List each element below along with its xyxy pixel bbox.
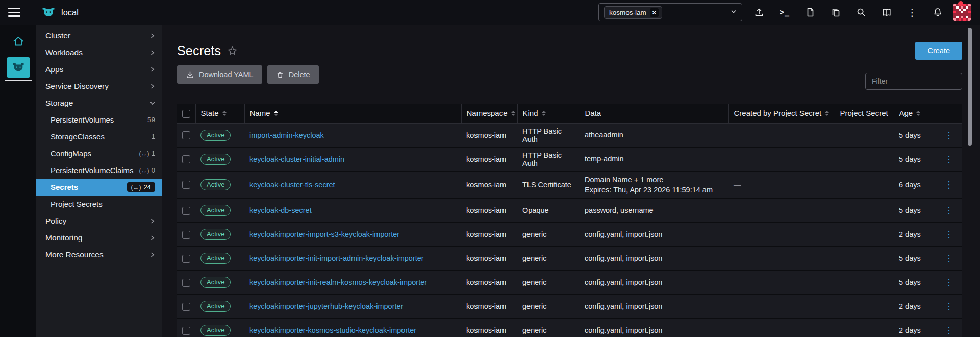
project-secret-cell: [835, 223, 894, 247]
remove-namespace-icon[interactable]: ×: [650, 8, 659, 17]
secret-name-link[interactable]: keycloakimporter-jupyterhub-keycloak-imp…: [249, 302, 403, 310]
col-data: Data: [580, 104, 728, 123]
docs-book-icon[interactable]: [879, 5, 894, 20]
secret-name-link[interactable]: keycloakimporter-init-realm-kosmos-keycl…: [249, 278, 427, 286]
copy-kubeconfig-icon[interactable]: [828, 5, 843, 20]
resource-count: (↔)0: [139, 166, 155, 174]
kubeconfig-file-icon[interactable]: [802, 5, 818, 20]
status-badge: Active: [200, 154, 231, 165]
row-checkbox[interactable]: [182, 155, 190, 163]
col-state[interactable]: State: [195, 104, 244, 123]
nav-secrets[interactable]: Secrets (↔)24: [36, 179, 162, 196]
nav-more-resources[interactable]: More Resources: [36, 246, 162, 263]
filter-input[interactable]: [865, 73, 962, 90]
row-checkbox[interactable]: [182, 327, 190, 335]
nav-workloads[interactable]: Workloads: [36, 44, 162, 61]
secret-name-link[interactable]: keycloakimporter-import-s3-keycloak-impo…: [249, 230, 399, 238]
nav-persistentvolumes[interactable]: PersistentVolumes 59: [36, 111, 162, 128]
nav-monitoring[interactable]: Monitoring: [36, 229, 162, 246]
secret-name-link[interactable]: import-admin-keycloak: [249, 131, 324, 139]
row-actions-kebab[interactable]: ⋮: [944, 131, 953, 140]
namespace-filter-dropdown[interactable]: kosmos-iam ×: [598, 3, 742, 21]
col-age[interactable]: Age: [894, 104, 936, 123]
nav-apps[interactable]: Apps: [36, 61, 162, 78]
created-by-cell: —: [728, 123, 835, 147]
vertical-scrollbar-thumb[interactable]: [968, 28, 972, 146]
secret-name-link[interactable]: keycloak-cluster-initial-admin: [249, 155, 344, 163]
row-checkbox[interactable]: [182, 279, 190, 287]
col-namespace[interactable]: Namespace: [461, 104, 517, 123]
search-icon[interactable]: [853, 5, 869, 20]
row-actions-kebab[interactable]: ⋮: [944, 230, 953, 239]
row-checkbox[interactable]: [182, 207, 190, 215]
create-button[interactable]: Create: [915, 42, 962, 60]
nav-persistentvolumeclaims[interactable]: PersistentVolumeClaims (↔)0: [36, 162, 162, 179]
age-cell: 2 days: [894, 223, 936, 247]
col-created-by-project-secret[interactable]: Created by Project Secret: [728, 104, 835, 123]
rancher-app: local kosmos-iam × >_: [0, 0, 980, 337]
secret-name-link[interactable]: keycloakimporter-init-import-admin-keycl…: [249, 254, 424, 262]
rancher-logo-icon[interactable]: [42, 6, 55, 19]
row-checkbox[interactable]: [182, 181, 190, 189]
status-badge: Active: [200, 277, 231, 288]
favorite-star-icon[interactable]: [227, 45, 238, 56]
row-checkbox[interactable]: [182, 255, 190, 263]
nav-project-secrets[interactable]: Project Secrets: [36, 196, 162, 212]
active-cluster-icon[interactable]: [7, 57, 30, 78]
chevron-right-icon: [150, 33, 155, 38]
main-menu-button[interactable]: [8, 8, 20, 17]
row-actions-kebab[interactable]: ⋮: [944, 180, 953, 189]
table-row: Active keycloak-cluster-tls-secret kosmo…: [177, 171, 962, 199]
project-secret-cell: [835, 123, 894, 147]
nav-storage[interactable]: Storage: [36, 94, 162, 111]
row-actions-kebab[interactable]: ⋮: [944, 302, 953, 311]
row-checkbox[interactable]: [182, 131, 190, 139]
col-kind[interactable]: Kind: [517, 104, 580, 123]
namespace-cell: kosmos-iam: [461, 295, 517, 319]
header-kebab-icon[interactable]: ⋮: [904, 5, 920, 20]
table-row: Active keycloakimporter-jupyterhub-keycl…: [177, 295, 962, 319]
row-checkbox[interactable]: [182, 231, 190, 239]
namespace-cell: kosmos-iam: [461, 147, 517, 171]
delete-button[interactable]: Delete: [267, 65, 319, 84]
nav-cluster[interactable]: Cluster: [36, 27, 162, 44]
row-actions-kebab[interactable]: ⋮: [944, 155, 953, 164]
import-yaml-icon[interactable]: [751, 5, 767, 20]
table-row: Active keycloak-db-secret kosmos-iam Opa…: [177, 199, 962, 223]
chevron-right-icon: [150, 50, 155, 55]
kind-cell: generic: [517, 223, 580, 247]
home-icon[interactable]: [8, 32, 29, 51]
col-name[interactable]: Name: [244, 104, 461, 123]
secret-name-link[interactable]: keycloak-cluster-tls-secret: [249, 181, 335, 189]
secrets-table-body: Active import-admin-keycloak kosmos-iam …: [177, 123, 962, 337]
nav-service-discovery[interactable]: Service Discovery: [36, 78, 162, 94]
select-all-checkbox[interactable]: [182, 110, 190, 118]
nav-storageclasses[interactable]: StorageClasses 1: [36, 128, 162, 145]
secret-name-link[interactable]: keycloakimporter-kosmos-studio-keycloak-…: [249, 326, 416, 334]
row-actions-kebab[interactable]: ⋮: [944, 278, 953, 287]
nav-policy[interactable]: Policy: [36, 212, 162, 229]
table-row: Active keycloakimporter-init-import-admi…: [177, 247, 962, 271]
nav-label: Workloads: [45, 48, 83, 57]
kind-cell: generic: [517, 271, 580, 295]
chevron-right-icon: [150, 67, 155, 72]
row-actions-kebab[interactable]: ⋮: [944, 254, 953, 263]
row-actions-kebab[interactable]: ⋮: [944, 326, 953, 335]
namespaced-count-icon: (↔): [131, 184, 141, 191]
notifications-bell-icon[interactable]: [930, 5, 945, 20]
age-cell: 5 days: [894, 147, 936, 171]
table-row: Active import-admin-keycloak kosmos-iam …: [177, 123, 962, 147]
namespaced-count-icon: (↔): [139, 167, 149, 174]
download-yaml-button[interactable]: Download YAML: [177, 65, 262, 84]
nav-configmaps[interactable]: ConfigMaps (↔)1: [36, 145, 162, 162]
row-actions-kebab[interactable]: ⋮: [944, 206, 953, 215]
cluster-nav: Cluster Workloads Apps Service Discovery…: [36, 25, 162, 337]
user-avatar[interactable]: [953, 4, 971, 21]
row-checkbox[interactable]: [182, 303, 190, 311]
created-by-cell: —: [728, 223, 835, 247]
kubectl-shell-icon[interactable]: >_: [777, 5, 792, 20]
header-actions: >_: [751, 5, 945, 20]
kind-cell: TLS Certificate: [517, 171, 580, 199]
data-cell: config.yaml, import.json: [580, 223, 728, 247]
secret-name-link[interactable]: keycloak-db-secret: [249, 206, 312, 214]
